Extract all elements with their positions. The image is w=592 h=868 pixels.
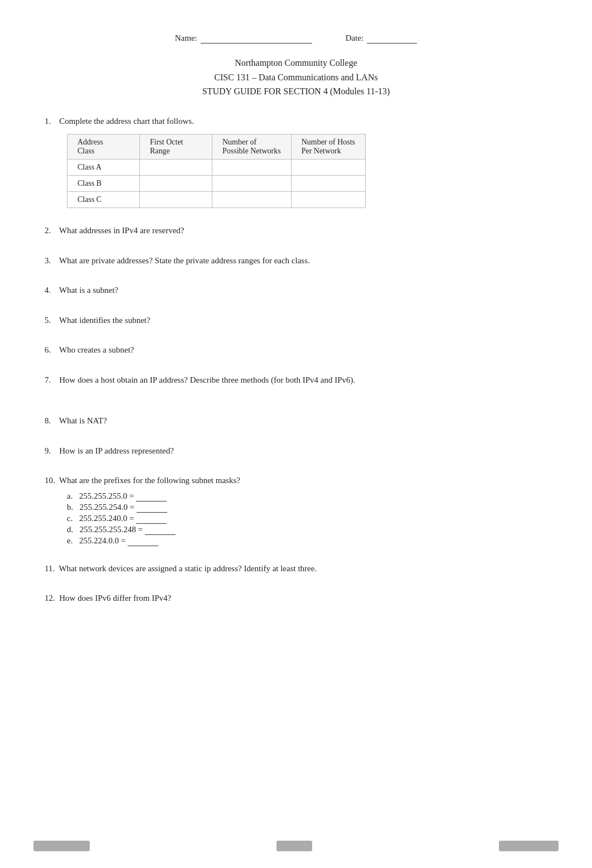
question-12-body: How does IPv6 differ from IPv4? [59, 594, 171, 602]
question-5-body: What identifies the subnet? [59, 316, 151, 325]
question-10-text: 10. What are the prefixes for the follow… [45, 474, 547, 488]
class-a-networks [212, 160, 292, 176]
footer-right: footer right text [499, 841, 559, 851]
question-11: 11. What network devices are assigned a … [45, 562, 547, 576]
table-row: Class C [67, 192, 366, 208]
class-b-hosts [291, 176, 365, 192]
subnet-e-value: 255.224.0.0 = [79, 536, 125, 546]
header-line3: STUDY GUIDE FOR SECTION 4 (Modules 11-13… [45, 84, 547, 99]
question-11-text: 11. What network devices are assigned a … [45, 562, 547, 576]
subnet-e-label: e. [67, 536, 77, 546]
subnet-items: a. 255.255.255.0 = b. 255.255.254.0 = c.… [67, 491, 547, 546]
question-4-text: 4. What is a subnet? [45, 283, 547, 298]
question-3-body: What are private addresses? State the pr… [59, 256, 310, 265]
question-10-body: What are the prefixes for the following … [59, 476, 240, 485]
question-2-num: 2. [45, 226, 57, 235]
subnet-item-c: c. 255.255.240.0 = [67, 514, 547, 524]
subnet-a-answer[interactable] [136, 491, 167, 501]
subnet-c-answer[interactable] [136, 514, 167, 524]
question-11-num: 11. [45, 564, 57, 573]
class-a-label: Class A [67, 160, 140, 176]
question-1-num: 1. [45, 117, 57, 126]
header-line1: Northampton Community College [45, 56, 547, 70]
subnet-d-label: d. [67, 525, 77, 534]
question-11-body: What network devices are assigned a stat… [59, 564, 317, 573]
class-b-range [140, 176, 212, 192]
name-date-row: Name: Date: [45, 33, 547, 44]
question-4-body: What is a subnet? [59, 286, 118, 295]
footer-bar: footer left text Page 1 footer right tex… [0, 841, 592, 851]
question-9-text: 9. How is an IP address represented? [45, 444, 547, 459]
question-3-text: 3. What are private addresses? State the… [45, 254, 547, 268]
name-field: Name: [175, 33, 312, 44]
class-a-range [140, 160, 212, 176]
question-6-num: 6. [45, 345, 57, 354]
subnet-e-answer[interactable] [128, 536, 158, 546]
subnet-d-value: 255.255.255.248 = [80, 525, 143, 534]
subnet-b-label: b. [67, 503, 77, 512]
header-line2: CISC 131 – Data Communications and LANs [45, 70, 547, 85]
question-8: 8. What is NAT? [45, 414, 547, 428]
date-field: Date: [346, 33, 417, 44]
question-12-num: 12. [45, 594, 57, 602]
col-hosts-per-network: Number of HostsPer Network [291, 134, 365, 160]
question-5-num: 5. [45, 316, 57, 325]
question-9-body: How is an IP address represented? [59, 446, 174, 455]
question-6: 6. Who creates a subnet? [45, 343, 547, 358]
document-page: Name: Date: Northampton Community Colleg… [0, 0, 592, 868]
question-8-body: What is NAT? [59, 416, 107, 425]
question-1-body: Complete the address chart that follows. [59, 117, 194, 126]
subnet-item-a: a. 255.255.255.0 = [67, 491, 547, 501]
question-5-text: 5. What identifies the subnet? [45, 314, 547, 328]
question-8-num: 8. [45, 416, 57, 425]
question-6-text: 6. Who creates a subnet? [45, 343, 547, 358]
col-address-class: AddressClass [67, 134, 140, 160]
questions-section: 1. Complete the address chart that follo… [45, 114, 547, 823]
question-2-body: What addresses in IPv4 are reserved? [59, 226, 185, 235]
subnet-b-answer[interactable] [137, 503, 167, 513]
question-12: 12. How does IPv6 differ from IPv4? [45, 591, 547, 606]
subnet-a-label: a. [67, 491, 77, 501]
question-9-num: 9. [45, 446, 57, 455]
question-4: 4. What is a subnet? [45, 283, 547, 298]
question-2: 2. What addresses in IPv4 are reserved? [45, 224, 547, 238]
table-row: Class B [67, 176, 366, 192]
subnet-item-e: e. 255.224.0.0 = [67, 536, 547, 546]
question-12-text: 12. How does IPv6 differ from IPv4? [45, 591, 547, 606]
page-header: Northampton Community College CISC 131 –… [45, 56, 547, 99]
subnet-item-b: b. 255.255.254.0 = [67, 503, 547, 513]
class-b-networks [212, 176, 292, 192]
name-label: Name: [175, 33, 197, 43]
subnet-d-answer[interactable] [145, 525, 176, 535]
question-10: 10. What are the prefixes for the follow… [45, 474, 547, 546]
question-5: 5. What identifies the subnet? [45, 314, 547, 328]
date-input[interactable] [367, 33, 417, 44]
question-3: 3. What are private addresses? State the… [45, 254, 547, 268]
date-label: Date: [346, 33, 363, 43]
question-7-num: 7. [45, 375, 57, 384]
question-7-text: 7. How does a host obtain an IP address?… [45, 373, 547, 388]
footer-left: footer left text [33, 841, 90, 851]
col-possible-networks: Number ofPossible Networks [212, 134, 292, 160]
class-b-label: Class B [67, 176, 140, 192]
subnet-a-value: 255.255.255.0 = [79, 491, 134, 501]
class-c-hosts [291, 192, 365, 208]
class-c-range [140, 192, 212, 208]
question-4-num: 4. [45, 286, 57, 295]
question-2-text: 2. What addresses in IPv4 are reserved? [45, 224, 547, 238]
subnet-c-value: 255.255.240.0 = [79, 514, 134, 523]
question-10-num: 10. [45, 476, 57, 485]
col-first-octet: First OctetRange [140, 134, 212, 160]
question-9: 9. How is an IP address represented? [45, 444, 547, 459]
address-class-table: AddressClass First OctetRange Number ofP… [67, 134, 366, 208]
name-input[interactable] [201, 33, 312, 44]
class-a-hosts [291, 160, 365, 176]
class-c-label: Class C [67, 192, 140, 208]
subnet-c-label: c. [67, 514, 77, 523]
question-3-num: 3. [45, 256, 57, 265]
footer-center: Page 1 [276, 841, 312, 851]
question-1-text: 1. Complete the address chart that follo… [45, 114, 547, 129]
question-8-text: 8. What is NAT? [45, 414, 547, 428]
question-7: 7. How does a host obtain an IP address?… [45, 373, 547, 388]
question-1: 1. Complete the address chart that follo… [45, 114, 547, 209]
